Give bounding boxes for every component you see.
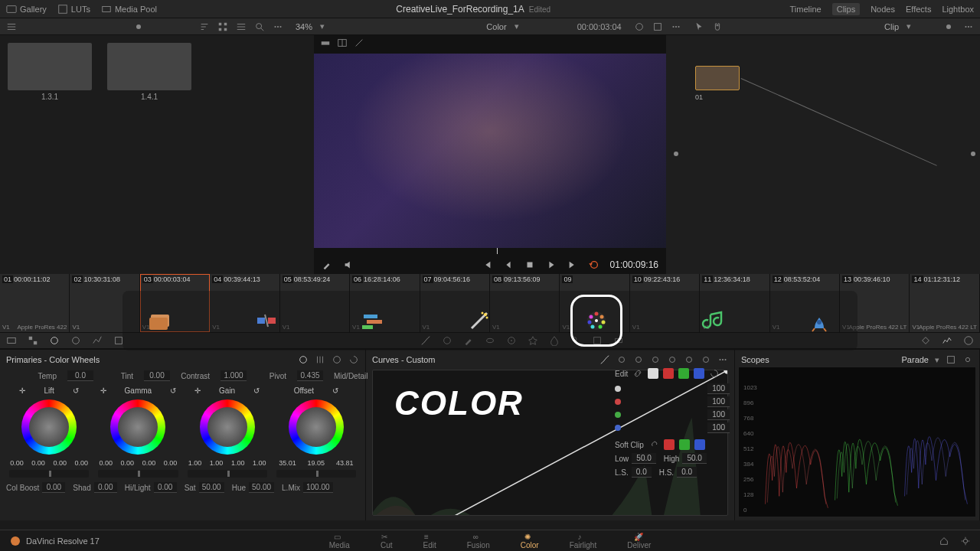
lmix-field[interactable]: 100.00 <box>303 482 333 493</box>
contrast-field[interactable]: 1.000 <box>220 370 247 381</box>
list-icon[interactable] <box>236 21 247 32</box>
node-input[interactable] <box>674 152 678 156</box>
lift-reset-icon[interactable]: ↺ <box>73 386 79 395</box>
sort-icon[interactable] <box>199 21 210 32</box>
sc-g-btn[interactable] <box>679 439 690 450</box>
sc-high[interactable]: 50.0 <box>682 453 706 464</box>
lift-wheel[interactable] <box>21 399 77 455</box>
keyframe-icon[interactable] <box>920 335 931 346</box>
hilight-field[interactable]: 0.00 <box>154 482 177 493</box>
fairlight-page-icon[interactable] <box>698 305 729 336</box>
timeline-tab[interactable]: Timeline <box>790 5 822 14</box>
scope-mode[interactable]: Parade <box>902 355 929 364</box>
rgb-mixer-icon[interactable] <box>92 335 103 346</box>
tint-field[interactable]: 0.00 <box>144 370 170 381</box>
fusion-page-icon[interactable] <box>464 305 495 336</box>
still-thumb[interactable]: 1.3.1 <box>8 43 92 266</box>
playhead-marker[interactable] <box>497 248 498 254</box>
y-channel-btn[interactable] <box>648 368 658 379</box>
home-icon[interactable] <box>939 536 949 546</box>
media-page-btn[interactable]: ▭Media <box>329 533 350 549</box>
fairlight-page-btn[interactable]: ♪Fairlight <box>570 533 597 549</box>
zoom-value[interactable]: 34% <box>296 22 312 31</box>
sat-lum-icon[interactable] <box>701 354 711 365</box>
deliver-page-btn[interactable]: 🚀Deliver <box>627 533 651 549</box>
gain-wheel[interactable] <box>200 399 255 455</box>
lift-picker-icon[interactable]: ✛ <box>19 386 25 395</box>
hdr-icon[interactable] <box>70 335 81 346</box>
curves-more-icon[interactable] <box>717 354 728 365</box>
gamma-picker-icon[interactable]: ✛ <box>100 386 106 395</box>
slider-dot[interactable] <box>136 24 141 29</box>
clip-thumb[interactable]: 0100:00:11:02V1Apple ProRes 422 <box>0 274 70 332</box>
sat-sat-icon[interactable] <box>684 354 694 365</box>
mediapool-tab[interactable]: Media Pool <box>101 4 157 15</box>
picker-icon[interactable] <box>322 259 332 270</box>
hue-lum-icon[interactable] <box>650 354 661 365</box>
clips-tab[interactable]: Clips <box>832 3 860 15</box>
wheels-icon[interactable] <box>49 335 60 346</box>
clip-thumb[interactable]: 1401:12:31:12V1Apple ProRes 422 LT <box>910 274 979 332</box>
play-icon[interactable] <box>546 259 557 270</box>
color-page-btn[interactable]: ✺Color <box>521 533 539 549</box>
lum-sat-icon[interactable] <box>667 354 678 365</box>
clip-mode[interactable]: Clip <box>884 22 899 31</box>
gain-y-slider[interactable] <box>188 470 267 478</box>
r-intensity[interactable]: 100 <box>707 396 730 407</box>
luts-tab[interactable]: LUTs <box>57 4 90 15</box>
gamma-reset-icon[interactable]: ↺ <box>170 386 176 395</box>
wand-icon[interactable] <box>354 37 364 48</box>
color-page-icon[interactable] <box>570 295 622 347</box>
curve-reset-icon[interactable] <box>709 368 720 379</box>
g-channel-btn[interactable] <box>678 368 689 379</box>
deliver-page-icon[interactable] <box>804 305 835 336</box>
cut-page-icon[interactable] <box>251 305 282 336</box>
mute-icon[interactable] <box>343 259 354 270</box>
viewer-frame[interactable] <box>314 54 666 249</box>
shad-field[interactable]: 0.00 <box>94 482 117 493</box>
still-thumb[interactable]: 1.4.1 <box>107 43 191 266</box>
sc-hs[interactable]: 0.0 <box>677 467 697 478</box>
log-mode-icon[interactable] <box>332 354 342 365</box>
fusion-page-btn[interactable]: ∞Fusion <box>467 533 490 549</box>
settings-icon[interactable] <box>960 536 971 546</box>
offset-y-slider[interactable] <box>276 470 356 478</box>
hue-hue-icon[interactable] <box>616 354 627 365</box>
node-1[interactable] <box>695 66 740 90</box>
gamma-y-slider[interactable] <box>98 470 178 478</box>
gain-picker-icon[interactable]: ✛ <box>194 386 201 395</box>
expand-icon[interactable] <box>652 21 663 32</box>
split-icon[interactable] <box>337 37 348 48</box>
node-output[interactable] <box>971 152 975 156</box>
loop-icon[interactable] <box>589 259 599 270</box>
prev-clip-icon[interactable] <box>482 259 492 270</box>
next-clip-icon[interactable] <box>567 259 578 270</box>
gain-reset-icon[interactable]: ↺ <box>253 386 260 395</box>
lightbox-tab[interactable]: Lightbox <box>942 5 974 14</box>
edit-page-btn[interactable]: ≡Edit <box>423 533 436 549</box>
bars-mode-icon[interactable] <box>315 354 325 365</box>
offset-wheel[interactable] <box>289 399 344 455</box>
edit-page-icon[interactable] <box>358 305 388 336</box>
effects-tab[interactable]: Effects <box>906 5 931 14</box>
bypass-icon[interactable] <box>634 21 645 32</box>
color-checker-icon[interactable] <box>28 335 38 346</box>
media-page-icon[interactable] <box>145 305 175 336</box>
sc-link-icon[interactable] <box>648 439 659 450</box>
b-channel-btn[interactable] <box>694 368 704 379</box>
search-icon[interactable] <box>254 21 265 32</box>
stop-icon[interactable] <box>524 259 535 270</box>
sc-b-btn[interactable] <box>694 439 705 450</box>
hue-sat-icon[interactable] <box>633 354 644 365</box>
colboost-field[interactable]: 0.00 <box>42 482 65 493</box>
r-channel-btn[interactable] <box>663 368 674 379</box>
camera-raw-icon[interactable] <box>6 335 17 346</box>
gamma-wheel[interactable] <box>110 399 165 455</box>
info-icon[interactable] <box>963 335 974 346</box>
y-intensity[interactable]: 100 <box>707 383 730 394</box>
menu-icon[interactable] <box>6 21 17 32</box>
cut-page-btn[interactable]: ✂Cut <box>381 533 393 549</box>
sat-field[interactable]: 50.00 <box>199 482 224 493</box>
node-graph[interactable]: 01 <box>666 35 980 274</box>
sc-r-btn[interactable] <box>664 439 675 450</box>
